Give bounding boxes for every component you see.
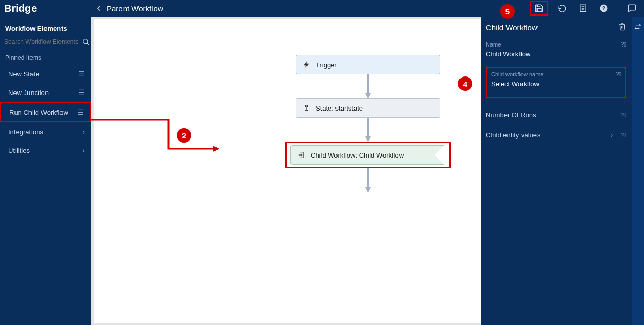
node-label: Trigger (316, 61, 337, 69)
document-icon (578, 4, 588, 13)
child-workflow-select[interactable]: Select Workflow (491, 78, 621, 91)
sidebar-item-label: Utilities (8, 147, 30, 154)
sidebar-item-run-child-workflow[interactable]: Run Child Workflow ☰ (0, 102, 91, 122)
swap-icon (634, 23, 642, 31)
node-trigger[interactable]: Trigger (296, 55, 440, 74)
arrow-left-icon (94, 4, 103, 13)
help-button[interactable]: ? (597, 2, 610, 15)
field-child-entity-values[interactable]: Child entity values › ?⃝ (486, 125, 626, 145)
svg-point-6 (83, 39, 88, 44)
state-icon (302, 104, 311, 112)
sidebar-item-label: Run Child Workflow (9, 109, 68, 116)
field-label: Number Of Runs (486, 111, 536, 119)
left-sidebar: Workflow Elements Pinned Items New State… (0, 17, 91, 325)
svg-point-10 (305, 105, 308, 107)
callout-5: 5 (500, 4, 515, 19)
node-state[interactable]: State: startstate (296, 98, 440, 118)
svg-marker-9 (365, 93, 371, 98)
save-icon (534, 4, 544, 13)
svg-marker-18 (213, 146, 219, 152)
svg-marker-16 (365, 187, 371, 192)
chevron-right-icon: › (82, 128, 85, 136)
connector (285, 118, 451, 142)
sidebar-item-label: Integrations (8, 128, 43, 136)
field-label: Child entity values (486, 131, 541, 139)
callout-2: 2 (177, 128, 191, 143)
trash-icon (618, 23, 626, 31)
drag-icon: ☰ (77, 108, 84, 116)
undo-icon (558, 4, 567, 13)
comment-icon (627, 4, 637, 13)
node-label: Child Workflow: Child Workflow (311, 151, 404, 159)
name-input[interactable]: Child Workflow (486, 48, 626, 61)
right-strip[interactable] (632, 17, 644, 325)
sidebar-item-utilities[interactable]: Utilities › (0, 141, 91, 160)
bolt-icon (302, 60, 311, 69)
svg-line-7 (87, 43, 89, 45)
divider (618, 3, 618, 13)
save-button[interactable] (530, 1, 548, 16)
svg-marker-14 (365, 136, 371, 142)
callout-4: 4 (458, 76, 472, 91)
field-name: Name ?⃝ Child Workflow (486, 41, 626, 61)
help-icon[interactable]: ?⃝ (616, 71, 621, 78)
annotation-highlight-node: Child Workflow: Child Workflow (285, 142, 451, 168)
sidebar-item-integrations[interactable]: Integrations › (0, 122, 91, 141)
annotation-arrow (91, 114, 225, 155)
help-icon[interactable]: ?⃝ (620, 111, 626, 119)
sidebar-item-new-junction[interactable]: New Junction ☰ (0, 83, 91, 102)
chevron-right-icon: › (82, 146, 85, 154)
field-child-workflow-name: Child workflow name ?⃝ Select Workflow (486, 67, 626, 98)
panel-title: Child Workflow (486, 23, 538, 32)
search-icon[interactable] (82, 38, 90, 46)
sidebar-item-label: New Junction (8, 89, 49, 97)
connector (285, 74, 451, 98)
help-icon: ? (599, 4, 608, 13)
field-number-of-runs[interactable]: Number Of Runs ?⃝ (486, 105, 626, 125)
comment-button[interactable] (625, 2, 639, 15)
node-child-workflow[interactable]: Child Workflow: Child Workflow (290, 145, 446, 165)
back-button[interactable] (91, 4, 106, 13)
help-icon[interactable]: ?⃝ (620, 131, 626, 139)
right-panel: Child Workflow Name ?⃝ Child Workflow Ch… (481, 17, 632, 325)
page-title: Parent Workflow (106, 4, 163, 13)
undo-button[interactable] (556, 2, 569, 15)
chevron-right-icon: › (611, 131, 613, 139)
enter-icon (297, 151, 305, 159)
field-label: Child workflow name (491, 71, 543, 78)
drag-icon: ☰ (78, 70, 85, 78)
sidebar-item-new-state[interactable]: New State ☰ (0, 65, 91, 83)
field-label: Name (486, 41, 501, 48)
search-input[interactable] (4, 38, 82, 45)
svg-text:?: ? (602, 5, 605, 11)
pinned-heading: Pinned Items (0, 51, 91, 65)
sidebar-item-label: New State (8, 70, 39, 78)
node-label: State: startstate (316, 104, 363, 112)
drag-icon: ☰ (78, 88, 85, 97)
help-icon[interactable]: ?⃝ (621, 41, 626, 48)
connector (285, 168, 451, 192)
delete-button[interactable] (618, 23, 626, 33)
sidebar-heading: Workflow Elements (0, 22, 91, 38)
log-button[interactable] (576, 2, 590, 15)
app-brand: Bridge (0, 3, 91, 14)
